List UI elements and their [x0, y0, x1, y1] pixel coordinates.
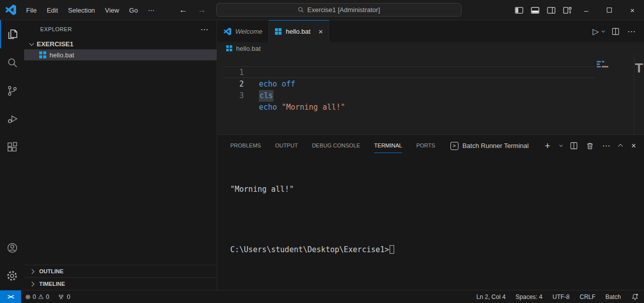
minimap[interactable]	[597, 54, 612, 67]
terminal-dropdown-icon[interactable]	[559, 143, 563, 147]
activity-settings[interactable]	[0, 262, 24, 290]
tab-debug-console[interactable]: DEBUG CONSOLE	[312, 135, 360, 157]
menu-bar: File Edit Selection View Go ⋯	[21, 0, 159, 20]
encoding[interactable]: UTF-8	[547, 290, 575, 303]
editor-more-icon[interactable]: ⋯	[627, 27, 636, 36]
problems-status[interactable]: ⊗ 0 ⚠ 0	[21, 290, 53, 303]
toggle-secondary-sidebar-icon[interactable]	[547, 6, 556, 15]
windows-file-icon	[39, 51, 46, 58]
scrollbar-divider	[634, 54, 634, 134]
history-nav: ← →	[179, 0, 206, 20]
gear-icon	[6, 270, 18, 282]
tab-label: Welcome	[235, 28, 262, 35]
outline-label: OUTLINE	[39, 268, 63, 274]
tab-problems[interactable]: PROBLEMS	[230, 135, 261, 157]
menu-more-icon[interactable]: ⋯	[143, 7, 159, 14]
new-terminal-icon[interactable]: +	[545, 140, 550, 152]
remote-icon: ><	[8, 293, 14, 300]
folder-row-exercise1[interactable]: EXERCISE1	[24, 38, 217, 49]
tab-terminal[interactable]: TERMINAL	[374, 135, 402, 157]
warning-icon: ⚠	[38, 293, 44, 300]
panel-more-icon[interactable]: ⋯	[602, 141, 611, 150]
split-terminal-icon[interactable]	[570, 142, 578, 149]
sidebar-more-icon[interactable]: ⋯	[201, 25, 209, 34]
menu-file[interactable]: File	[21, 7, 42, 14]
outline-section[interactable]: OUTLINE	[24, 265, 217, 277]
activity-extensions[interactable]	[0, 133, 24, 161]
debug-icon	[7, 113, 18, 125]
code-editor[interactable]: 1 echo off 2 cls 3 echo "Morning all!" T	[218, 54, 644, 134]
line-number: 3	[218, 90, 244, 102]
tab-output[interactable]: OUTPUT	[275, 135, 298, 157]
timeline-section[interactable]: TIMELINE	[24, 277, 217, 290]
windows-file-icon	[275, 28, 282, 35]
menu-go[interactable]: Go	[124, 7, 143, 14]
chevron-down-icon	[601, 29, 605, 32]
timeline-label: TIMELINE	[39, 281, 65, 287]
terminal-blank-line	[230, 214, 644, 224]
status-bar: >< ⊗ 0 ⚠ 0 0 Ln 2, Col 4 Spaces: 4 UTF-8…	[0, 290, 644, 303]
terminal-prompt: C:\Users\student\Desktop\Exercise1>	[230, 245, 389, 254]
notifications-bell[interactable]	[626, 290, 644, 303]
breadcrumb[interactable]: hello.bat	[218, 42, 644, 54]
menu-selection[interactable]: Selection	[63, 7, 100, 14]
customize-layout-icon[interactable]	[563, 6, 572, 15]
vscode-logo-icon	[224, 28, 231, 35]
ports-status[interactable]: 0	[53, 290, 74, 303]
files-icon	[7, 28, 19, 40]
extensions-icon	[7, 141, 18, 153]
menu-view[interactable]: View	[100, 7, 124, 14]
maximize-button[interactable]	[598, 0, 621, 20]
layout-controls	[515, 0, 572, 20]
file-name: hello.bat	[50, 51, 74, 59]
run-file-button[interactable]: ▷	[593, 27, 604, 36]
radio-tower-icon	[57, 293, 65, 300]
sidebar-header: EXPLORER ⋯	[24, 20, 217, 38]
eol-sequence[interactable]: CRLF	[575, 290, 600, 303]
activity-explorer[interactable]	[0, 20, 24, 48]
file-row-hello-bat[interactable]: hello.bat	[24, 49, 217, 60]
back-arrow-icon[interactable]: ←	[179, 5, 188, 15]
search-icon	[7, 57, 18, 68]
activity-run-debug[interactable]	[0, 105, 24, 133]
kill-terminal-icon[interactable]	[586, 142, 594, 149]
terminal-icon: >	[450, 142, 458, 150]
toggle-panel-icon[interactable]	[531, 6, 539, 15]
chevron-down-icon	[29, 41, 34, 46]
tab-close-icon[interactable]: ×	[319, 27, 323, 36]
activity-accounts[interactable]	[0, 234, 24, 262]
activity-search[interactable]	[0, 48, 24, 77]
tab-hello-bat[interactable]: hello.bat ×	[269, 20, 329, 42]
chevron-right-icon	[30, 269, 35, 274]
terminal-instance[interactable]: > Batch Runner Terminal	[450, 142, 529, 150]
bell-icon	[631, 293, 639, 301]
tab-ports[interactable]: PORTS	[416, 135, 435, 157]
account-icon	[7, 242, 18, 254]
remote-indicator[interactable]: ><	[0, 290, 21, 303]
panel-header: PROBLEMS OUTPUT DEBUG CONSOLE TERMINAL P…	[218, 135, 644, 157]
sidebar-title: EXPLORER	[40, 26, 72, 32]
sidebar-empty-space	[24, 60, 217, 265]
toggle-sidebar-icon[interactable]	[515, 6, 523, 15]
language-mode[interactable]: Batch	[600, 290, 626, 303]
status-bar-right: Ln 2, Col 4 Spaces: 4 UTF-8 CRLF Batch	[472, 290, 644, 303]
terminal-cursor	[390, 245, 394, 254]
menu-edit[interactable]: Edit	[42, 7, 63, 14]
tab-welcome[interactable]: Welcome	[218, 20, 269, 42]
minimize-button[interactable]: –	[575, 0, 598, 20]
close-panel-icon[interactable]: ×	[631, 141, 636, 150]
maximize-panel-icon[interactable]	[618, 144, 623, 149]
activity-bar	[0, 20, 24, 290]
title-bar: File Edit Selection View Go ⋯ ← → Exerci…	[0, 0, 644, 20]
terminal-output-area[interactable]: "Morning all!" C:\Users\student\Desktop\…	[218, 157, 644, 275]
command-center[interactable]: Exercise1 [Administrator]	[216, 3, 462, 17]
close-button[interactable]: ×	[621, 0, 644, 20]
split-editor-icon[interactable]	[612, 28, 619, 35]
cursor-position[interactable]: Ln 2, Col 4	[472, 290, 511, 303]
error-count: 0	[33, 293, 36, 300]
warning-count: 0	[46, 293, 49, 300]
window-controls: – ×	[575, 0, 644, 20]
forward-arrow-icon[interactable]: →	[198, 5, 206, 15]
indentation[interactable]: Spaces: 4	[511, 290, 547, 303]
activity-source-control[interactable]	[0, 77, 24, 105]
